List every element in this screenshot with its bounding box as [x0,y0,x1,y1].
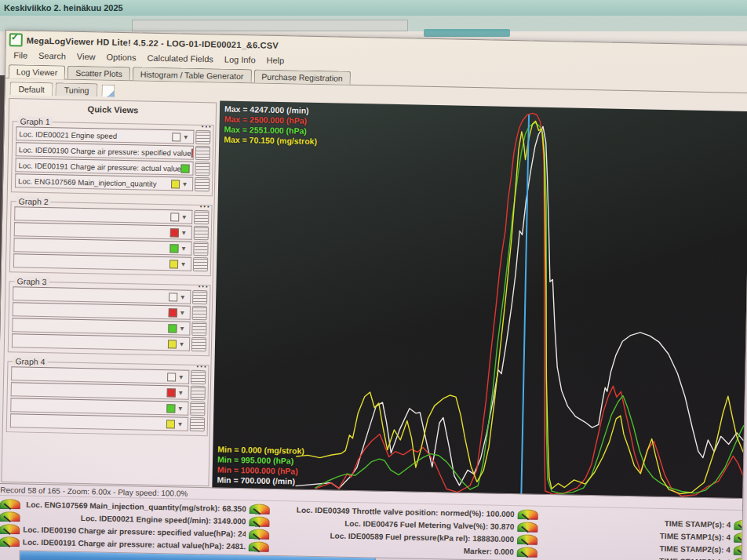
chevron-down-icon[interactable]: ▼ [177,325,187,332]
field-menu-button[interactable] [195,177,210,191]
chevron-down-icon[interactable]: ▼ [180,180,190,187]
tab-scatter-plots[interactable]: Scatter Plots [67,66,130,81]
color-swatch[interactable] [170,228,179,237]
field-menu-button[interactable] [190,417,205,431]
field-menu-button[interactable] [193,242,208,256]
chevron-down-icon[interactable]: ▼ [176,389,186,396]
new-view-icon[interactable] [101,84,115,96]
field-menu-button[interactable] [191,370,206,384]
gauge-icon [517,522,537,533]
value-marker: Marker: 0.000 [272,542,514,555]
desktop-taskbar: Keskiviikko 2. heinäkuu 2025 [0,0,747,16]
field-select-empty[interactable]: ▼ [12,333,190,351]
field-select-empty[interactable]: ▼ [13,286,191,304]
color-swatch[interactable] [168,340,177,348]
menu-file[interactable]: File [8,49,33,61]
gauge-icon [517,547,537,558]
field-select-empty[interactable]: ▼ [10,413,188,431]
field-select-empty[interactable]: ▼ [12,318,190,336]
color-swatch[interactable] [166,404,175,413]
tab-purchase-registration[interactable]: Purchase Registration [253,69,351,84]
field-menu-button[interactable] [194,210,209,224]
graph3-label: Graph 3 [14,276,49,286]
field-row: ▼ [13,302,191,320]
color-swatch[interactable] [169,293,177,301]
megalogviewer-window: MegaLogViewer HD Lite! 4.5.22 - LOG-01-I… [0,30,747,560]
graph1-group: Graph 1 ··· Loc. IDE00021 Engine speed ▼… [11,121,214,196]
gauge-icon [734,544,742,555]
field-select-empty[interactable]: ▼ [10,398,188,416]
field-select-charge-air-actual[interactable]: Loc. IDE00191 Charge air pressure: actua… [15,158,193,176]
gauge-icon [518,509,538,520]
field-menu-button[interactable] [195,162,210,176]
field-select-charge-air-specified[interactable]: Loc. IDE00190 Charge air pressure: speci… [16,142,194,160]
field-select-empty[interactable]: ▼ [13,238,191,256]
value-charge-air-actual: Loc. IDE00191 Charge air pressure: actua… [23,537,246,551]
chevron-down-icon[interactable]: ▼ [177,293,188,300]
field-row: Loc. IDE00021 Engine speed ▼ [16,126,194,144]
color-swatch[interactable] [172,133,180,141]
tab-histogram-table-generator[interactable]: Histogram / Table Generator [133,67,252,82]
field-select-empty[interactable]: ▼ [11,382,189,400]
chevron-down-icon[interactable]: ▼ [178,260,188,267]
field-select-empty[interactable]: ▼ [14,206,192,224]
field-select-engine-speed[interactable]: Loc. IDE00021 Engine speed ▼ [16,126,194,144]
field-select-empty[interactable]: ▼ [13,253,191,271]
app-icon [9,33,23,46]
chevron-down-icon[interactable]: ▼ [180,133,191,140]
menu-log-info[interactable]: Log Info [219,53,261,65]
menu-search[interactable]: Search [33,50,71,62]
menu-options[interactable]: Options [100,51,141,63]
chevron-down-icon[interactable]: ▼ [177,340,187,347]
chevron-down-icon[interactable]: ▼ [179,213,189,220]
tab-log-viewer[interactable]: Log Viewer [9,64,66,79]
menu-calculated-fields[interactable]: Calculated Fields [141,52,219,64]
log-chart[interactable]: Max = 4247.000 (/min) Max = 2500.000 (hP… [212,101,747,499]
field-menu-button[interactable] [194,226,209,240]
content-area: Quick Views Graph 1 ··· Loc. IDE00021 En… [0,95,747,499]
color-swatch[interactable] [167,373,176,381]
chevron-down-icon[interactable]: ▼ [175,420,185,427]
subtab-tuning[interactable]: Tuning [56,82,98,96]
field-menu-button[interactable] [191,386,206,400]
color-swatch[interactable] [170,213,179,221]
values-column-right: TIME STAMP(s): 4 TIME STAMP1(s): 4 TIME … [540,508,742,560]
chevron-down-icon[interactable]: ▼ [177,309,188,316]
gauge-icon [249,529,269,540]
color-swatch[interactable] [169,260,178,268]
color-swatch[interactable] [169,308,177,317]
color-swatch[interactable] [168,324,177,333]
color-swatch[interactable] [171,180,180,188]
gauge-icon [0,536,20,547]
field-menu-button[interactable] [192,306,207,320]
field-menu-button[interactable] [195,130,210,144]
cursor-line[interactable] [521,115,529,494]
menu-help[interactable]: Help [261,55,290,67]
color-swatch[interactable] [169,244,178,253]
field-menu-button[interactable] [193,257,208,271]
gauge-icon [0,498,20,509]
field-select-empty[interactable]: ▼ [13,302,191,320]
chevron-down-icon[interactable]: ▼ [175,405,185,412]
quick-views-panel: Quick Views Graph 1 ··· Loc. IDE00021 En… [0,95,218,488]
chevron-down-icon[interactable]: ▼ [178,245,188,252]
menu-view[interactable]: View [71,51,101,63]
field-menu-button[interactable] [191,322,206,336]
subtab-default[interactable]: Default [9,82,53,96]
field-menu-button[interactable] [192,290,207,304]
field-menu-button[interactable] [195,146,210,160]
chevron-down-icon[interactable]: ▼ [176,373,186,380]
field-select-empty[interactable]: ▼ [14,222,192,240]
gauge-icon [0,523,20,534]
field-menu-button[interactable] [190,402,205,416]
field-menu-button[interactable] [191,337,206,351]
color-swatch[interactable] [181,164,190,173]
field-select-main-injection[interactable]: Loc. ENG107569 Main_injection_quantity ▼ [15,173,193,191]
color-swatch[interactable] [167,388,176,397]
graph2-group: Graph 2 ··· ▼ ▼ [9,201,213,276]
chevron-down-icon[interactable]: ▼ [190,165,194,172]
color-swatch[interactable] [191,148,195,157]
field-select-empty[interactable]: ▼ [11,366,189,384]
color-swatch[interactable] [166,420,175,428]
chevron-down-icon[interactable]: ▼ [179,229,189,236]
